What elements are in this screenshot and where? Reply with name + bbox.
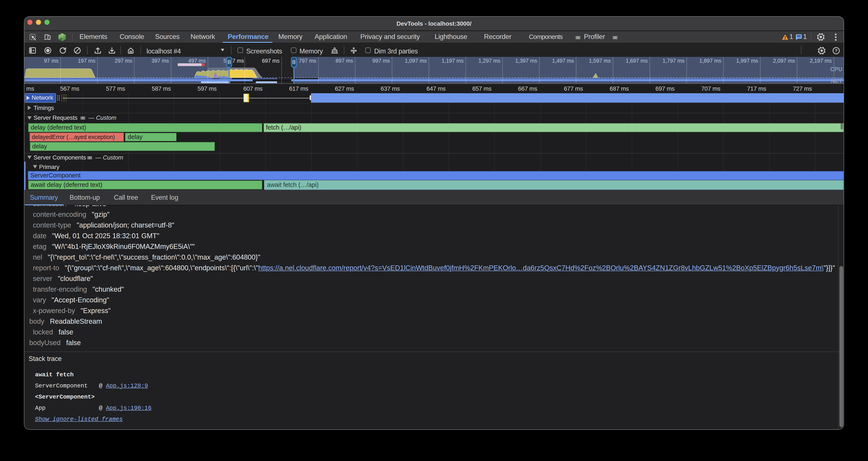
svg-text:NET: NET [831,78,843,84]
svg-text:?: ? [835,48,838,53]
svg-text:CPU: CPU [830,66,842,73]
svg-text:1,497 ms: 1,497 ms [552,58,574,64]
svg-text:997 ms: 997 ms [372,58,390,64]
svg-text:5: 5 [223,58,226,64]
svg-text:1,297 ms: 1,297 ms [478,58,500,64]
svg-text:697 ms: 697 ms [262,58,279,64]
svg-text:397 ms: 397 ms [151,58,169,64]
svg-text:7 ms: 7 ms [232,58,244,64]
svg-text:1,197 ms: 1,197 ms [442,58,464,64]
svg-text:1,697 ms: 1,697 ms [626,58,648,64]
svg-text:1,597 ms: 1,597 ms [589,58,611,64]
svg-text:297 ms: 297 ms [115,58,132,64]
svg-text:2,197 ms: 2,197 ms [810,58,832,64]
svg-text:1,397 ms: 1,397 ms [515,58,537,64]
svg-text:497 ms: 497 ms [188,58,206,64]
svg-text:797 ms: 797 ms [299,58,316,64]
svg-text:2,097 ms: 2,097 ms [773,58,795,64]
svg-text:1,097 ms: 1,097 ms [405,58,427,64]
svg-text:97 ms: 97 ms [44,58,59,64]
svg-text:1,997 ms: 1,997 ms [736,58,758,64]
svg-text:197 ms: 197 ms [78,58,95,64]
svg-text:897 ms: 897 ms [336,58,353,64]
svg-text:1,897 ms: 1,897 ms [699,58,721,64]
svg-text:1,797 ms: 1,797 ms [662,58,685,64]
